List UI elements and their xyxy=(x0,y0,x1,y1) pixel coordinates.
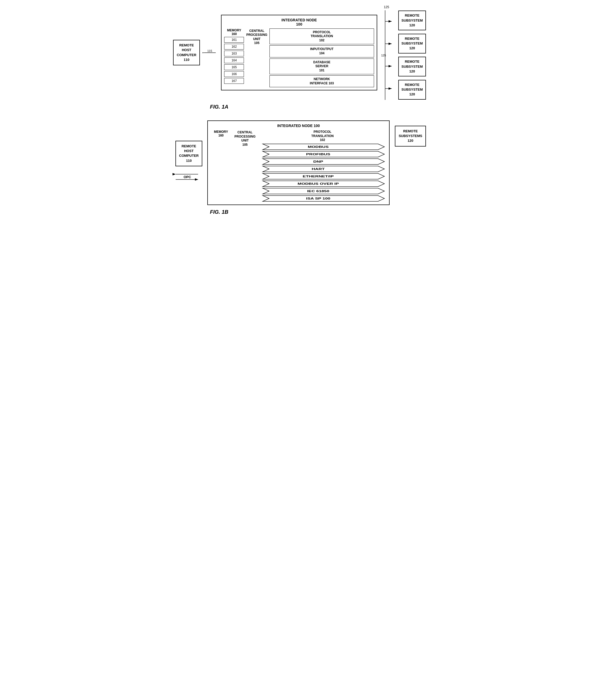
cpu-col-1a: CENTRAL PROCESSING UNIT 105 xyxy=(245,28,268,88)
remote-subs-1b-number: 120 xyxy=(398,139,422,143)
remote-host-1b-line3: COMPUTER xyxy=(179,153,199,158)
profibus-svg: PROFIBUS xyxy=(258,151,386,158)
svg-text:ETHERNET/IP: ETHERNET/IP xyxy=(303,175,334,178)
remote-subsystems-1b: REMOTE SUBSYSTEMS 120 xyxy=(395,126,426,147)
integrated-node-title-1a: INTEGRATED NODE 100 xyxy=(224,18,374,26)
remote-sub-4: REMOTE SUBSYSTEM 120 xyxy=(398,80,426,100)
protocol-area-1b: PROTOCOL TRANSLATION 102 MODBUS xyxy=(258,130,386,202)
remote-host-line2: HOST xyxy=(177,48,196,52)
arrow-115: 115 xyxy=(203,49,218,57)
integrated-node-box-1b: INTEGRATED NODE 100 MEMORY 160 CENTRAL xyxy=(207,121,390,205)
svg-text:PROFIBUS: PROFIBUS xyxy=(306,153,330,156)
remote-host-number: 110 xyxy=(177,57,196,62)
chevron-hart: HART xyxy=(258,166,386,172)
svg-text:MODBUS OVER IP: MODBUS OVER IP xyxy=(298,182,339,185)
svg-text:DNP: DNP xyxy=(313,160,323,163)
memory-col-1a: MEMORY 160 161 162 163 164 165 166 167 xyxy=(224,28,244,88)
chevron-isa: ISA SP 100 xyxy=(258,195,386,202)
fig1b-wrapper: REMOTE HOST COMPUTER 110 xyxy=(173,121,426,215)
module-network: NETWORK INTERFACE 103 xyxy=(269,75,374,87)
integrated-node-box-1a: INTEGRATED NODE 100 MEMORY 160 161 162 1… xyxy=(221,15,377,91)
mem-cell-162: 162 xyxy=(224,44,244,50)
integrated-node-inner-1b: MEMORY 160 CENTRAL PROCESSING UNIT 105 xyxy=(210,130,386,202)
chevron-dnp: DNP xyxy=(258,158,386,165)
cpu-title-1b: CENTRAL PROCESSING UNIT 105 xyxy=(234,130,256,147)
remote-host-box-1a: REMOTE HOST COMPUTER 110 xyxy=(173,40,200,65)
module-db: DATABASE SERVER 101 xyxy=(269,58,374,75)
fig1a-main: REMOTE HOST COMPUTER 110 115 xyxy=(173,5,426,100)
remote-host-1b-line1: REMOTE xyxy=(179,144,199,149)
svg-text:MODBUS: MODBUS xyxy=(308,145,329,148)
svg-text:IEC 61850: IEC 61850 xyxy=(307,190,329,193)
arrows-svg-1a: 125 xyxy=(381,10,394,100)
arrow-115-svg: 115 xyxy=(203,49,218,57)
opc-area: OPC xyxy=(173,169,205,185)
mem-cell-166: 166 xyxy=(224,71,244,77)
integrated-node-inner-1a: MEMORY 160 161 162 163 164 165 166 167 xyxy=(224,28,374,88)
fig1b-label: FIG. 1B xyxy=(210,209,228,215)
memory-title-1a: MEMORY 160 xyxy=(224,28,244,36)
chevron-profibus: PROFIBUS xyxy=(258,151,386,158)
mem-cell-167: 167 xyxy=(224,78,244,84)
module-protocol: PROTOCOL TRANSLATION 102 xyxy=(269,28,374,45)
opc-svg: OPC xyxy=(173,169,205,185)
iec-svg: IEC 61850 xyxy=(258,188,386,195)
chevron-modbus: MODBUS xyxy=(258,143,386,150)
dnp-svg: DNP xyxy=(258,158,386,165)
svg-text:115: 115 xyxy=(207,49,212,52)
mem-cell-164: 164 xyxy=(224,57,244,63)
modbus-svg: MODBUS xyxy=(258,143,386,150)
svg-text:ISA SP 100: ISA SP 100 xyxy=(306,197,330,200)
modbus-ip-svg: MODBUS OVER IP xyxy=(258,180,386,187)
svg-marker-15 xyxy=(263,159,384,165)
remote-host-line3: COMPUTER xyxy=(177,53,196,57)
remote-sub-1: REMOTE SUBSYSTEM 120 xyxy=(398,10,426,30)
fig1b-main: REMOTE HOST COMPUTER 110 xyxy=(173,121,426,205)
remote-sub-3: REMOTE SUBSYSTEM 120 xyxy=(398,57,426,76)
remote-host-1b-line2: HOST xyxy=(179,149,199,153)
hart-svg: HART xyxy=(258,166,386,172)
subsystems-area: 125 REMOTE SUBSYSTEM 12 xyxy=(381,10,426,100)
mem-cell-161: 161 xyxy=(224,37,244,43)
right-modules-col-1a: PROTOCOL TRANSLATION 102 INPUT/OUTPUT 10… xyxy=(269,28,374,88)
chevron-iec: IEC 61850 xyxy=(258,188,386,195)
memory-title-1b: MEMORY 160 xyxy=(210,130,232,137)
remote-subs-1b-line2: SUBSYSTEMS xyxy=(398,134,422,139)
protocol-chevrons: MODBUS PROFIBUS xyxy=(258,143,386,202)
svg-text:OPC: OPC xyxy=(184,175,191,179)
mem-cell-165: 165 xyxy=(224,64,244,70)
cpu-title-1a: CENTRAL PROCESSING UNIT 105 xyxy=(246,29,267,45)
mem-cell-163: 163 xyxy=(224,51,244,56)
left-side-1b: REMOTE HOST COMPUTER 110 xyxy=(173,141,205,185)
svg-text:HART: HART xyxy=(312,167,324,171)
module-io: INPUT/OUTPUT 104 xyxy=(269,45,374,57)
fig1a-wrapper: REMOTE HOST COMPUTER 110 115 xyxy=(173,5,426,110)
fig1a-label: FIG. 1A xyxy=(210,104,228,110)
isa-svg: ISA SP 100 xyxy=(258,195,386,202)
right-side-1a: 125 125 xyxy=(381,5,426,100)
arrows-to-subsystems: 125 xyxy=(381,10,394,100)
svg-text:125: 125 xyxy=(381,54,386,57)
remote-sub-2: REMOTE SUBSYSTEM 120 xyxy=(398,34,426,53)
protocol-title-1b: PROTOCOL TRANSLATION 102 xyxy=(258,130,386,142)
memory-col-1b: MEMORY 160 xyxy=(210,130,232,202)
diagrams-container: REMOTE HOST COMPUTER 110 115 xyxy=(173,5,426,215)
arrow-125-area: 125 xyxy=(384,5,390,9)
remote-host-1b-number: 110 xyxy=(179,158,199,163)
cpu-col-1b: CENTRAL PROCESSING UNIT 105 xyxy=(233,130,257,202)
remote-host-box-1b: REMOTE HOST COMPUTER 110 xyxy=(176,141,202,166)
remote-subsystems-col-1a: REMOTE SUBSYSTEM 120 REMOTE SUBSYSTEM 12… xyxy=(398,10,426,100)
chevron-ethernet: ETHERNET/IP xyxy=(258,173,386,180)
arrow-125-label: 125 xyxy=(384,5,389,9)
chevron-modbus-ip: MODBUS OVER IP xyxy=(258,180,386,187)
ethernet-svg: ETHERNET/IP xyxy=(258,173,386,180)
remote-host-line1: REMOTE xyxy=(177,43,196,48)
remote-subs-1b-line1: REMOTE xyxy=(398,129,422,134)
integrated-node-title-1b: INTEGRATED NODE 100 xyxy=(210,124,386,128)
